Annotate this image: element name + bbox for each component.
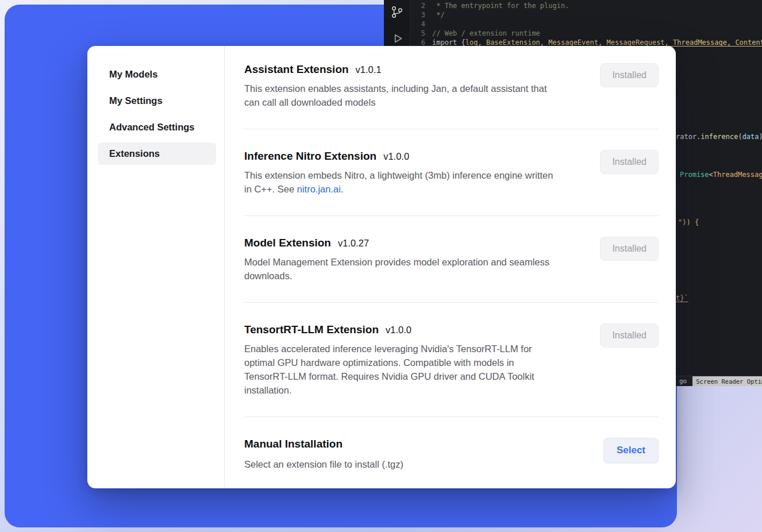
code-line-comment: * The entrypoint for the plugin. bbox=[432, 1, 569, 10]
status-text: go bbox=[679, 377, 687, 386]
settings-sidebar: My Models My Settings Advanced Settings … bbox=[87, 46, 225, 488]
extension-description: This extension embeds Nitro, a lightweig… bbox=[244, 168, 557, 196]
screen-reader-chip[interactable]: Screen Reader Optimize bbox=[692, 376, 762, 387]
extension-version: v1.0.0 bbox=[383, 151, 409, 161]
installed-button[interactable]: Installed bbox=[600, 150, 659, 174]
extension-title: Inference Nitro Extensionv1.0.0 bbox=[244, 150, 557, 163]
extension-version: v1.0.1 bbox=[356, 64, 382, 75]
extension-title: Model Extensionv1.0.27 bbox=[244, 237, 557, 249]
installed-button[interactable]: Installed bbox=[600, 237, 659, 261]
extension-row-assistant: Assistant Extensionv1.0.1 This extension… bbox=[244, 63, 659, 109]
sidebar-item-extensions[interactable]: Extensions bbox=[98, 142, 216, 165]
extension-version: v1.0.27 bbox=[338, 238, 369, 248]
section-divider bbox=[244, 215, 659, 216]
extension-description: Model Management Extension provides mode… bbox=[244, 255, 557, 283]
manual-installation-row: Manual Installation Select an extension … bbox=[244, 438, 659, 471]
manual-installation-description: Select an extension file to install (.tg… bbox=[244, 457, 403, 471]
section-divider bbox=[244, 302, 659, 303]
line-number: 5 bbox=[416, 29, 425, 38]
code-fragment: Promise<ThreadMessage> bbox=[680, 170, 762, 179]
extension-description: Enables accelerated inference leveraging… bbox=[244, 342, 557, 397]
line-number: 3 bbox=[416, 10, 425, 20]
code-line-comment: // Web / extension runtime bbox=[432, 29, 540, 38]
section-divider bbox=[244, 417, 659, 417]
extension-title: TensortRT-LLM Extensionv1.0.0 bbox=[244, 323, 557, 336]
run-debug-icon[interactable] bbox=[390, 31, 405, 46]
manual-installation-title: Manual Installation bbox=[244, 438, 403, 450]
extension-row-model: Model Extensionv1.0.27 Model Management … bbox=[244, 237, 659, 283]
sidebar-item-my-settings[interactable]: My Settings bbox=[109, 95, 214, 106]
installed-button[interactable]: Installed bbox=[600, 63, 659, 87]
line-number: 4 bbox=[416, 20, 425, 29]
extensions-content: Assistant Extensionv1.0.1 This extension… bbox=[225, 46, 676, 488]
select-file-button[interactable]: Select bbox=[603, 438, 659, 463]
settings-modal: My Models My Settings Advanced Settings … bbox=[87, 46, 676, 488]
extension-version: v1.0.0 bbox=[386, 325, 411, 335]
sidebar-item-my-models[interactable]: My Models bbox=[109, 69, 214, 80]
code-fragment: rator.inference(data)); bbox=[676, 132, 762, 141]
extension-title: Assistant Extensionv1.0.1 bbox=[244, 63, 557, 76]
sidebar-item-advanced-settings[interactable]: Advanced Settings bbox=[109, 122, 214, 133]
code-fragment: ")) { bbox=[678, 218, 699, 227]
section-divider bbox=[244, 129, 659, 129]
source-control-icon[interactable] bbox=[390, 5, 405, 20]
extension-row-tensorrt: TensortRT-LLM Extensionv1.0.0 Enables ac… bbox=[244, 323, 659, 397]
nitro-jan-ai-link[interactable]: nitro.jan.ai bbox=[297, 184, 341, 194]
code-fragment: t}` bbox=[676, 294, 688, 303]
installed-button[interactable]: Installed bbox=[600, 323, 659, 348]
extension-description: This extension enables assistants, inclu… bbox=[244, 82, 557, 109]
line-number: 2 bbox=[416, 1, 425, 10]
code-line-comment: */ bbox=[432, 10, 445, 20]
extension-row-nitro: Inference Nitro Extensionv1.0.0 This ext… bbox=[244, 150, 659, 196]
